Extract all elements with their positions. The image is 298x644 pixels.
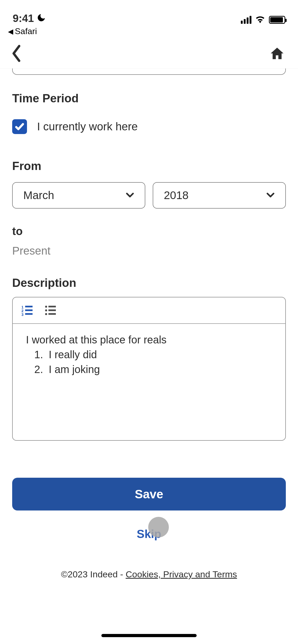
save-button-label: Save	[135, 487, 163, 501]
save-button[interactable]: Save	[12, 478, 286, 510]
battery-icon	[269, 16, 285, 24]
description-intro-line: I worked at this place for reals	[26, 333, 275, 347]
svg-point-6	[45, 306, 47, 308]
from-year-value: 2018	[164, 189, 188, 202]
back-button[interactable]	[11, 44, 22, 64]
description-list-item: I really did	[46, 348, 275, 361]
currently-work-checkbox[interactable]	[12, 119, 27, 134]
svg-rect-11	[48, 313, 56, 315]
wifi-icon	[255, 15, 265, 24]
currently-work-label: I currently work here	[37, 120, 138, 133]
footer-legal-link[interactable]: Cookies, Privacy and Terms	[126, 569, 237, 579]
check-icon	[15, 122, 25, 132]
from-label: From	[12, 159, 286, 173]
do-not-disturb-icon	[37, 13, 46, 24]
previous-field-bottom-edge	[12, 68, 286, 75]
description-textarea[interactable]: I worked at this place for reals I reall…	[13, 324, 285, 440]
back-triangle-icon: ◀	[8, 28, 13, 35]
from-month-select[interactable]: March	[12, 182, 145, 209]
from-month-value: March	[23, 189, 54, 202]
back-to-app-label: Safari	[15, 26, 37, 36]
from-year-select[interactable]: 2018	[153, 182, 286, 209]
description-editor: 123 I worked at this place for reals I r…	[12, 297, 286, 441]
home-button[interactable]	[269, 46, 285, 62]
chevron-down-icon	[265, 190, 276, 201]
status-time: 9:41	[13, 12, 34, 24]
ordered-list-button[interactable]: 123	[21, 304, 33, 317]
cellular-signal-icon	[241, 16, 251, 24]
back-to-app-button[interactable]: ◀ Safari	[0, 26, 298, 39]
touch-indicator	[148, 517, 169, 537]
chevron-down-icon	[125, 190, 135, 201]
svg-rect-7	[48, 306, 56, 307]
svg-point-10	[45, 313, 47, 315]
svg-rect-1	[25, 306, 33, 307]
unordered-list-button[interactable]	[44, 304, 57, 317]
time-period-label: Time Period	[12, 92, 286, 105]
editor-toolbar: 123	[13, 297, 285, 324]
footer-copyright: ©2023 Indeed -	[61, 569, 125, 579]
svg-rect-5	[25, 313, 33, 315]
svg-point-8	[45, 309, 47, 311]
description-list-item: I am joking	[46, 362, 275, 376]
svg-rect-3	[25, 310, 33, 311]
description-label: Description	[12, 276, 286, 289]
svg-text:3: 3	[21, 312, 24, 316]
to-label: to	[12, 225, 286, 238]
navbar	[0, 39, 298, 68]
svg-rect-9	[48, 310, 56, 311]
status-bar: 9:41	[0, 0, 298, 26]
home-indicator[interactable]	[101, 634, 197, 637]
footer: ©2023 Indeed - Cookies, Privacy and Term…	[0, 569, 298, 579]
to-value: Present	[12, 245, 286, 257]
